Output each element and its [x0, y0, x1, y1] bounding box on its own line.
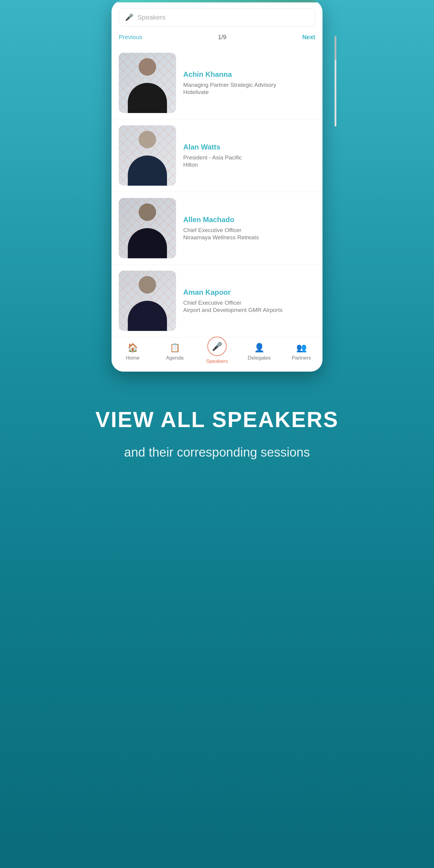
nav-item-delegates[interactable]: 👤 Delegates: [238, 343, 280, 364]
promo-title: VIEW ALL SPEAKERS: [95, 408, 338, 432]
speaker-role: Chief Executive Officer: [183, 226, 315, 235]
nav-label-agenda: Agenda: [166, 355, 184, 361]
microphone-icon: 🎤: [125, 13, 133, 22]
speaker-info: Alan Watts President - Asia Pacific Hilt…: [183, 143, 315, 168]
list-item[interactable]: Achin Khanna Managing Partner Strategic …: [112, 47, 322, 119]
nav-label-delegates: Delegates: [248, 355, 271, 361]
speaker-name: Alan Watts: [183, 143, 315, 151]
speaker-role: President - Asia Pacific: [183, 154, 315, 162]
search-bar[interactable]: 🎤 Speakers: [119, 8, 315, 27]
speaker-company: Hilton: [183, 161, 315, 168]
speaker-name: Aman Kapoor: [183, 288, 315, 297]
nav-item-partners[interactable]: 👥 Partners: [280, 343, 322, 364]
nav-item-home[interactable]: 🏠 Home: [112, 343, 154, 364]
nav-item-agenda[interactable]: 📋 Agenda: [154, 343, 196, 364]
phone-wrapper: 🎤 Speakers Previous 1/9 Next: [99, 0, 335, 372]
speaker-company: Niraamaya Wellness Retreats: [183, 234, 315, 241]
speaker-role: Chief Executive Officer: [183, 299, 315, 307]
search-placeholder: Speakers: [137, 13, 165, 22]
speaker-company: Airport and Development GMR Airports: [183, 307, 315, 313]
promo-subtitle: and their corresponding sessions: [124, 444, 310, 461]
scrollbar-thumb: [335, 36, 336, 60]
speaker-name: Allen Machado: [183, 216, 315, 224]
list-item[interactable]: Aman Kapoor Chief Executive Officer Airp…: [112, 265, 322, 337]
speaker-role: Managing Partner Strategic Advisory: [183, 81, 315, 89]
home-icon: 🏠: [127, 343, 138, 352]
speaker-photo: [119, 125, 176, 186]
top-banner: [112, 0, 322, 2]
speakers-icon-wrap: 🎤: [207, 337, 227, 356]
nav-label-home: Home: [126, 355, 139, 361]
partners-icon: 👥: [296, 343, 307, 352]
delegates-icon: 👤: [254, 343, 265, 352]
previous-button[interactable]: Previous: [119, 34, 142, 41]
speaker-name: Achin Khanna: [183, 70, 315, 79]
nav-label-partners: Partners: [292, 355, 311, 361]
speaker-info: Achin Khanna Managing Partner Strategic …: [183, 70, 315, 96]
speaker-photo: [119, 53, 176, 113]
phone-screen: 🎤 Speakers Previous 1/9 Next: [112, 0, 322, 372]
page-count: 1/9: [218, 34, 226, 41]
nav-item-speakers[interactable]: 🎤 Speakers: [196, 343, 238, 364]
list-item[interactable]: Alan Watts President - Asia Pacific Hilt…: [112, 119, 322, 192]
scrollbar[interactable]: [335, 36, 336, 127]
list-item[interactable]: Allen Machado Chief Executive Officer Ni…: [112, 192, 322, 265]
next-button[interactable]: Next: [302, 34, 315, 41]
speaker-photo: [119, 198, 176, 258]
speaker-company: Hotelivate: [183, 89, 315, 96]
agenda-icon: 📋: [170, 343, 180, 352]
speaker-info: Allen Machado Chief Executive Officer Ni…: [183, 216, 315, 241]
search-container: 🎤 Speakers: [112, 2, 322, 30]
speakers-list: Achin Khanna Managing Partner Strategic …: [112, 44, 322, 337]
bottom-navigation: 🏠 Home 📋 Agenda 🎤 Speakers 👤 Delegates 👥…: [112, 337, 322, 372]
promo-section: VIEW ALL SPEAKERS and their correspondin…: [0, 372, 434, 504]
pagination-bar: Previous 1/9 Next: [112, 30, 322, 44]
microphone-nav-icon: 🎤: [212, 341, 222, 351]
speaker-photo: [119, 271, 176, 331]
speaker-info: Aman Kapoor Chief Executive Officer Airp…: [183, 288, 315, 314]
nav-label-speakers: Speakers: [206, 358, 228, 364]
